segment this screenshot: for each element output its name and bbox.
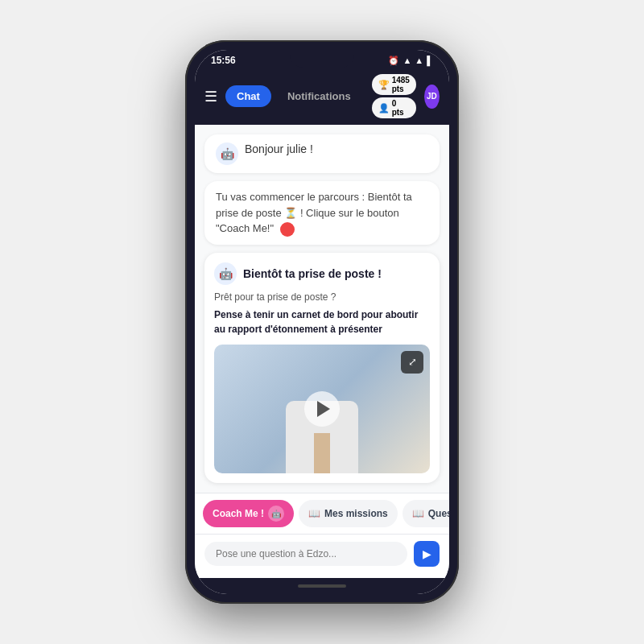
send-button[interactable]: ▶ (414, 541, 440, 567)
content-card: 🤖 Bientôt ta prise de poste ! Prêt pour … (204, 253, 440, 483)
coach-me-button[interactable]: Coach Me ! 🤖 (203, 500, 294, 527)
send-arrow-icon: ▶ (423, 547, 431, 560)
missions-button[interactable]: 📖 Mes missions (299, 500, 398, 527)
card-header: 🤖 Bientôt ta prise de poste ! (214, 262, 430, 285)
challenge-badge: 👤 0 pts (372, 97, 416, 118)
greeting-text: Bonjour julie ! (245, 142, 313, 155)
play-button[interactable] (304, 391, 340, 427)
notch (290, 50, 354, 68)
points-value: 1485 pts (392, 76, 410, 93)
challenge-value: 0 pts (392, 99, 410, 117)
status-time: 15:56 (211, 55, 236, 66)
quests-button[interactable]: 📖 Ques (402, 500, 449, 527)
bot-avatar-1: 🤖 (216, 142, 238, 165)
text-bubble: Tu vas commencer le parcours : Bientôt t… (204, 181, 440, 245)
quests-label: Ques (428, 508, 449, 519)
card-body-bold: Pense à tenir un carnet de bord pour abo… (214, 308, 430, 336)
pts-container: 🏆 1485 pts 👤 0 pts (372, 74, 416, 118)
coach-me-icon: 🤖 (268, 506, 284, 522)
input-bar: ▶ (195, 534, 449, 578)
coach-me-label: Coach Me ! (213, 508, 264, 519)
quests-icon: 📖 (412, 508, 424, 519)
challenge-emoji: 👤 (378, 103, 390, 114)
chat-input[interactable] (204, 542, 407, 566)
home-bar (298, 584, 346, 588)
hamburger-icon[interactable]: ☰ (204, 88, 217, 105)
greeting-row: 🤖 Bonjour julie ! (216, 142, 428, 165)
msg-text-1: Tu vas commencer le parcours : Bientôt t… (216, 189, 428, 237)
video-thumbnail[interactable]: ⤢ (214, 345, 430, 473)
missions-label: Mes missions (324, 508, 388, 519)
bottom-nav: Coach Me ! 🤖 📖 Mes missions 📖 Ques (195, 493, 449, 534)
avatar[interactable]: JD (424, 85, 440, 109)
missions-icon: 📖 (308, 508, 320, 519)
status-icons: ⏰ ▲ ▲ ▌ (388, 56, 433, 66)
play-triangle-icon (317, 401, 330, 417)
external-link-icon[interactable]: ⤢ (401, 351, 423, 374)
signal-icon: ▲ (402, 56, 411, 65)
phone-screen: 15:56 ⏰ ▲ ▲ ▌ ☰ Chat Notifications 🏆 148… (195, 50, 449, 594)
wifi-icon: ▲ (415, 56, 423, 65)
card-subtitle: Prêt pour ta prise de poste ? (214, 291, 430, 303)
tab-notifications[interactable]: Notifications (276, 85, 362, 107)
tab-chat[interactable]: Chat (225, 85, 271, 107)
card-icon: 🤖 (214, 262, 237, 285)
nav-bar: ☰ Chat Notifications 🏆 1485 pts 👤 0 pts … (195, 69, 449, 125)
clock-icon: ⏰ (388, 56, 399, 66)
battery-icon: ▌ (427, 56, 433, 65)
card-title: Bientôt ta prise de poste ! (243, 267, 382, 280)
phone-frame: 15:56 ⏰ ▲ ▲ ▌ ☰ Chat Notifications 🏆 148… (185, 40, 459, 604)
video-person-neck (314, 433, 330, 473)
greeting-bubble: 🤖 Bonjour julie ! (204, 134, 440, 173)
home-indicator (195, 578, 449, 594)
red-dot-indicator (280, 222, 295, 237)
points-badge: 🏆 1485 pts (372, 74, 416, 95)
chat-area: 🤖 Bonjour julie ! Tu vas commencer le pa… (195, 125, 449, 493)
trophy-emoji: 🏆 (378, 80, 390, 90)
